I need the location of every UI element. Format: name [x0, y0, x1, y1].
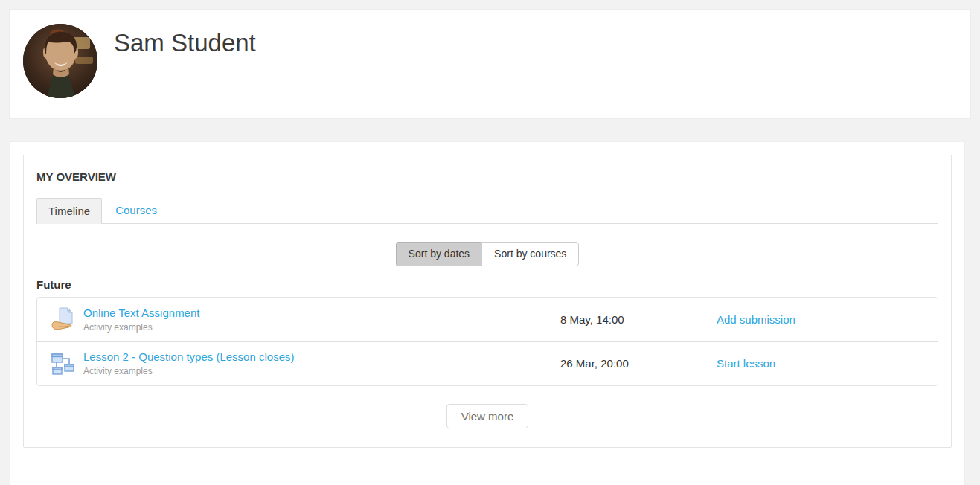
page-title: Sam Student [114, 30, 256, 57]
event-row-lesson: Lesson 2 - Question types (Lesson closes… [37, 341, 938, 385]
overview-tabs: Timeline Courses [36, 198, 938, 224]
event-title-link[interactable]: Lesson 2 - Question types (Lesson closes… [83, 350, 560, 364]
user-photo-icon [23, 24, 97, 98]
timeline-event-list: Online Text Assignment Activity examples… [36, 297, 938, 386]
start-lesson-link[interactable]: Start lesson [717, 357, 775, 370]
event-action-cell: Start lesson [717, 357, 926, 370]
view-more-button[interactable]: View more [446, 404, 529, 428]
sort-by-dates-button[interactable]: Sort by dates [396, 242, 482, 266]
profile-header-card: Sam Student [9, 9, 971, 119]
event-name-block: Lesson 2 - Question types (Lesson closes… [83, 350, 560, 376]
tab-courses-label: Courses [115, 204, 157, 216]
tab-timeline-label: Timeline [48, 205, 90, 217]
view-more-row: View more [36, 404, 938, 428]
event-name-block: Online Text Assignment Activity examples [83, 306, 560, 333]
event-title-link[interactable]: Online Text Assignment [83, 306, 560, 321]
tab-courses[interactable]: Courses [102, 198, 168, 224]
event-row-assignment: Online Text Assignment Activity examples… [37, 298, 938, 341]
sort-by-courses-button[interactable]: Sort by courses [481, 242, 579, 266]
my-overview-block: MY OVERVIEW Timeline Courses Sort by dat… [23, 155, 952, 448]
sort-button-group: Sort by dates Sort by courses [396, 242, 580, 266]
avatar [23, 24, 97, 98]
sort-controls: Sort by dates Sort by courses [36, 242, 938, 266]
lesson-icon [49, 350, 77, 378]
event-course-name: Activity examples [83, 322, 560, 333]
main-region: MY OVERVIEW Timeline Courses Sort by dat… [10, 141, 965, 485]
event-date: 26 Mar, 20:00 [560, 357, 717, 370]
add-submission-link[interactable]: Add submission [717, 313, 795, 326]
event-action-cell: Add submission [717, 313, 926, 326]
assignment-icon [49, 305, 77, 333]
event-course-name: Activity examples [83, 366, 560, 376]
section-heading-future: Future [36, 278, 938, 291]
event-date: 8 May, 14:00 [560, 313, 717, 326]
block-title: MY OVERVIEW [36, 170, 938, 183]
tab-timeline[interactable]: Timeline [36, 198, 102, 224]
